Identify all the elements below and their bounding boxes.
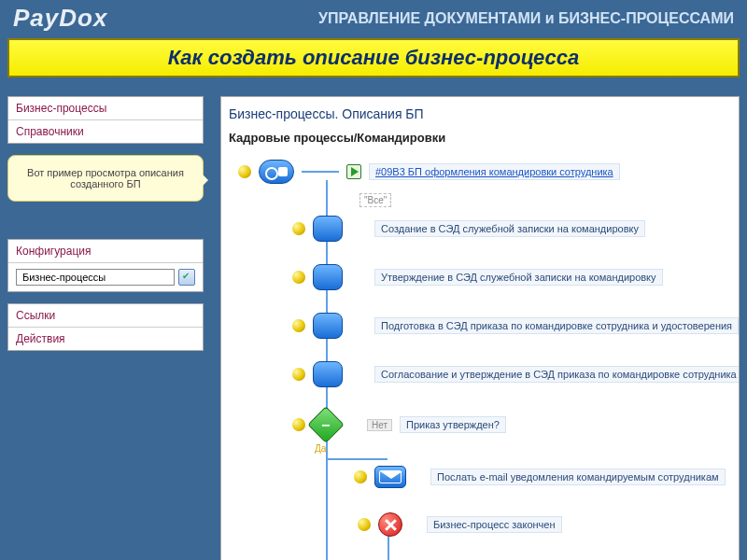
page-title: Как создать описание бизнес-процесса [7, 38, 740, 77]
config-panel: Конфигурация Бизнес-процессы [7, 239, 204, 292]
config-dropdown[interactable]: Бизнес-процессы [16, 269, 175, 286]
main-panel: Бизнес-процессы. Описания БП Кадровые пр… [220, 96, 740, 560]
step-label[interactable]: Утверждение в СЭД служебной записки на к… [374, 269, 663, 286]
flow-step-row: Создание в СЭД служебной записки на кома… [292, 216, 645, 242]
end-node-icon[interactable] [378, 512, 402, 537]
step-label[interactable]: Создание в СЭД служебной записки на кома… [374, 220, 645, 237]
all-filter[interactable]: "Все" [359, 193, 391, 207]
bullet-icon [238, 165, 251, 178]
flow-step-row: Утверждение в СЭД служебной записки на к… [292, 264, 663, 290]
start-label[interactable]: #09B3 БП оформления командировки сотрудн… [369, 163, 620, 180]
mail-node-icon[interactable] [374, 466, 406, 488]
sidebar-item-links[interactable]: Ссылки [8, 304, 203, 328]
bullet-icon [354, 470, 367, 483]
breadcrumb-2: Кадровые процессы/Командировки [229, 131, 731, 145]
play-icon[interactable] [346, 164, 361, 179]
bullet-icon [292, 319, 305, 332]
decision-label[interactable]: Приказ утвержден? [400, 416, 506, 433]
decision-no-label: Нет [367, 419, 392, 431]
hint-callout: Вот пример просмотра описания созданного… [7, 155, 204, 202]
step-label[interactable]: Подготовка в СЭД приказа по командировке… [374, 317, 739, 334]
config-heading: Конфигурация [8, 240, 203, 263]
task-node-icon[interactable] [313, 313, 343, 339]
bullet-icon [292, 368, 305, 381]
bullet-icon [292, 271, 305, 284]
flow-step-row: Подготовка в СЭД приказа по командировке… [292, 313, 739, 339]
flow-connector [328, 458, 388, 460]
sidebar-item-references[interactable]: Справочники [8, 120, 203, 143]
bullet-icon [292, 418, 305, 431]
flow-connector-branch [388, 533, 389, 560]
app-header: PayDox УПРАВЛЕНИЕ ДОКУМЕНТАМИ и БИЗНЕС-П… [0, 0, 747, 38]
mail-label[interactable]: Послать e-mail уведомления командируемым… [430, 469, 726, 485]
start-node-icon[interactable] [259, 160, 294, 184]
end-label[interactable]: Бизнес-процесс закончен [427, 516, 562, 533]
sidebar-item-processes[interactable]: Бизнес-процессы [8, 97, 203, 120]
header-subtitle: УПРАВЛЕНИЕ ДОКУМЕНТАМИ и БИЗНЕС-ПРОЦЕССА… [318, 10, 734, 27]
task-node-icon[interactable] [313, 216, 343, 242]
config-apply-button[interactable] [178, 269, 195, 286]
sidebar-menu-bottom: Ссылки Действия [7, 303, 204, 351]
flow-step-row: Согласование и утверждение в СЭД приказа… [292, 361, 740, 387]
bullet-icon [292, 222, 305, 235]
flow-mail-row: Послать e-mail уведомления командируемым… [354, 466, 726, 488]
decision-yes-label: Да [315, 443, 326, 454]
sidebar: Бизнес-процессы Справочники Вот пример п… [7, 96, 204, 560]
logo: PayDox [13, 4, 107, 33]
sidebar-menu-top: Бизнес-процессы Справочники [7, 96, 204, 144]
task-node-icon[interactable] [313, 361, 343, 387]
sidebar-item-actions[interactable]: Действия [8, 328, 203, 350]
task-node-icon[interactable] [313, 264, 343, 290]
bullet-icon [358, 518, 371, 531]
flow-start-row: #09B3 БП оформления командировки сотрудн… [238, 160, 620, 184]
flowchart: #09B3 БП оформления командировки сотрудн… [229, 152, 731, 560]
flow-decision-row: Нет Приказ утвержден? [292, 412, 506, 438]
breadcrumb-1: Бизнес-процессы. Описания БП [229, 106, 731, 121]
step-label[interactable]: Согласование и утверждение в СЭД приказа… [374, 366, 740, 383]
flow-end-row: Бизнес-процесс закончен [358, 512, 562, 537]
decision-node-icon[interactable] [307, 406, 345, 443]
